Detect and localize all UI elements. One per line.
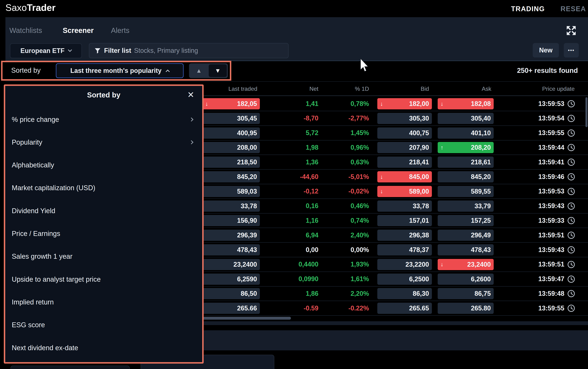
clock-icon bbox=[567, 246, 575, 254]
chevron-right-icon bbox=[189, 118, 194, 122]
mouse-cursor bbox=[360, 58, 369, 72]
tab-watchlists[interactable]: Watchlists bbox=[10, 26, 42, 34]
saxotrader-app: SaxoTrader TRADING RESEA Watchlists Scre… bbox=[0, 0, 588, 369]
bid-cell[interactable]: 157,01 bbox=[377, 215, 432, 226]
bid-direction-icon: ↓ bbox=[380, 101, 383, 107]
price-update-time: 13:59:53 bbox=[538, 100, 564, 108]
bid-cell[interactable]: 265.65 bbox=[377, 303, 432, 314]
expand-icon[interactable] bbox=[565, 25, 577, 37]
clock-icon bbox=[567, 289, 575, 298]
clock-icon bbox=[567, 114, 575, 123]
ask-cell[interactable]: 6,2600 bbox=[438, 274, 494, 285]
bid-cell[interactable]: 218,41 bbox=[377, 157, 432, 168]
net-change-cell: 1,36 bbox=[306, 158, 319, 166]
bid-cell[interactable]: ↓845,00 bbox=[377, 171, 432, 182]
popup-menu-item[interactable]: ESG score bbox=[12, 317, 197, 333]
ask-cell[interactable]: 218,61 bbox=[438, 157, 494, 168]
ask-cell[interactable]: 86,75 bbox=[438, 288, 494, 299]
popup-menu-item[interactable]: % price change bbox=[12, 111, 197, 128]
ask-cell[interactable]: 296,49 bbox=[438, 230, 494, 241]
bid-cell[interactable]: 207,90 bbox=[377, 142, 432, 153]
last-traded-cell: ↓182,05 bbox=[202, 98, 260, 109]
popup-menu-item[interactable]: Market capitalization (USD) bbox=[12, 180, 197, 196]
clock-icon bbox=[567, 216, 575, 225]
percent-1d-cell: 0,00% bbox=[350, 246, 369, 254]
popup-menu-item[interactable]: Implied return bbox=[12, 294, 197, 310]
new-button[interactable]: New bbox=[533, 43, 559, 58]
price-update-time: 13:59:53 bbox=[538, 187, 564, 195]
ask-cell[interactable]: ↓23,2400 bbox=[438, 259, 494, 270]
net-change-cell: -0.59 bbox=[304, 305, 319, 312]
last-traded-cell: 86,50 bbox=[202, 288, 260, 299]
ask-direction-icon: ↓ bbox=[440, 261, 443, 268]
column-header-pct-1d: % 1D bbox=[355, 85, 369, 92]
vertical-scrollbar[interactable] bbox=[586, 97, 588, 127]
bid-cell[interactable]: 296,38 bbox=[377, 230, 432, 241]
last-traded-cell: 478,43 bbox=[202, 244, 260, 256]
annotation-highlight-sort-row bbox=[1, 61, 231, 81]
percent-1d-cell: -0.22% bbox=[349, 305, 369, 312]
ask-cell[interactable]: ↓182,08 bbox=[438, 98, 494, 109]
popup-menu-item[interactable]: Dividend Yield bbox=[12, 203, 197, 219]
bottom-partial-button[interactable] bbox=[10, 366, 130, 369]
price-update-time: 13:59:44 bbox=[538, 144, 564, 151]
bid-cell[interactable]: 478,37 bbox=[377, 244, 432, 256]
bid-cell[interactable]: ↓589,00 bbox=[377, 186, 432, 197]
percent-1d-cell: 0,78% bbox=[350, 100, 369, 108]
clock-icon bbox=[567, 231, 575, 239]
bid-cell[interactable]: 86,30 bbox=[377, 288, 432, 299]
net-change-cell: 5,72 bbox=[306, 129, 319, 137]
popup-menu-item[interactable]: Upside to analyst target price bbox=[12, 271, 197, 288]
ask-cell[interactable]: 589,55 bbox=[438, 186, 494, 197]
list-selector-dropdown[interactable]: European ETF bbox=[10, 43, 82, 58]
price-update-time: 13:59:43 bbox=[538, 202, 564, 210]
nav-research[interactable]: RESEA bbox=[560, 5, 586, 13]
last-traded-cell: 845,20 bbox=[202, 171, 260, 182]
bid-cell[interactable]: 33,78 bbox=[377, 201, 432, 212]
percent-1d-cell: 2,40% bbox=[350, 231, 369, 239]
percent-1d-cell: -0,02% bbox=[349, 187, 369, 195]
ask-cell[interactable]: 33,79 bbox=[438, 201, 494, 212]
close-icon[interactable]: ✕ bbox=[187, 90, 194, 100]
horizontal-scrollbar[interactable] bbox=[202, 317, 291, 320]
ask-cell[interactable]: 265.80 bbox=[438, 303, 494, 314]
price-update-time: 13:59:41 bbox=[538, 158, 564, 166]
ask-cell[interactable]: 845,20 bbox=[438, 171, 494, 182]
last-traded-cell: 265.66 bbox=[202, 303, 260, 314]
clock-icon bbox=[567, 143, 575, 152]
popup-menu-item[interactable]: Alphabetically bbox=[12, 157, 197, 174]
ask-cell[interactable]: ↑208,20 bbox=[438, 142, 494, 153]
popup-menu-item[interactable]: Price / Earnings bbox=[12, 226, 197, 242]
ask-direction-icon: ↓ bbox=[440, 101, 443, 107]
clock-icon bbox=[567, 100, 575, 108]
filter-list-label: Filter list bbox=[104, 47, 131, 54]
ask-cell[interactable]: 401,10 bbox=[438, 127, 494, 139]
percent-1d-cell: 2,20% bbox=[350, 290, 369, 297]
bid-cell[interactable]: 400,75 bbox=[377, 127, 432, 139]
more-options-button[interactable]: ••• bbox=[564, 43, 579, 58]
last-traded-cell: 589,03 bbox=[202, 186, 260, 197]
net-change-cell: 1,98 bbox=[306, 144, 319, 151]
filter-list-value: Stocks, Primary listing bbox=[134, 47, 198, 54]
sorted-by-popup: Sorted by ✕ % price change Popularity Al… bbox=[4, 84, 204, 364]
filter-list-button[interactable]: Filter list Stocks, Primary listing bbox=[89, 43, 289, 58]
ask-cell[interactable]: 305,40 bbox=[438, 113, 494, 124]
bid-cell[interactable]: 6,2500 bbox=[377, 274, 432, 285]
popup-menu-item[interactable]: Sales growth 1 year bbox=[12, 248, 197, 265]
clock-icon bbox=[567, 187, 575, 196]
popup-menu-item[interactable]: Popularity bbox=[12, 134, 197, 151]
ask-cell[interactable]: 478,43 bbox=[438, 244, 494, 256]
bid-cell[interactable]: 305,30 bbox=[377, 113, 432, 124]
percent-1d-cell: 0,96% bbox=[350, 144, 369, 151]
percent-1d-cell: 0,63% bbox=[350, 158, 369, 166]
ask-cell[interactable]: 157,25 bbox=[438, 215, 494, 226]
percent-1d-cell: 1,61% bbox=[350, 275, 369, 283]
popup-menu-item[interactable]: Next dividend ex-date bbox=[12, 339, 197, 356]
bid-cell[interactable]: 23,2200 bbox=[377, 259, 432, 270]
tab-screener[interactable]: Screener bbox=[63, 26, 94, 34]
nav-trading[interactable]: TRADING bbox=[511, 5, 545, 13]
tab-alerts[interactable]: Alerts bbox=[111, 26, 130, 34]
bid-cell[interactable]: ↓182,00 bbox=[377, 98, 432, 109]
last-traded-cell: 296,39 bbox=[202, 230, 260, 241]
percent-1d-cell: 1,93% bbox=[350, 261, 369, 268]
